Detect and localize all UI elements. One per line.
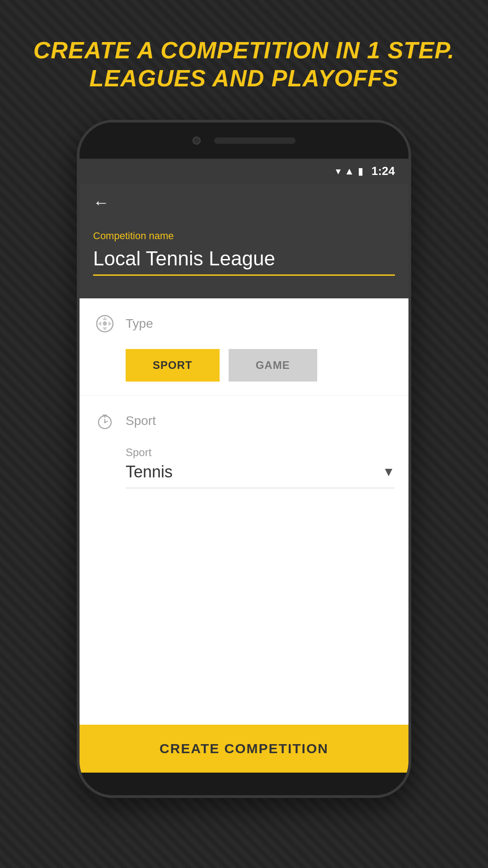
type-buttons-group: SPORT GAME <box>93 349 395 382</box>
phone-bottom-bezel <box>80 773 408 795</box>
clock-display: 1:24 <box>371 164 395 178</box>
stopwatch-icon <box>93 409 117 433</box>
sport-field-label: Sport <box>126 446 395 459</box>
type-section-title: Type <box>126 316 153 331</box>
phone-top-bezel <box>80 123 408 159</box>
phone-outer-shell: ▾ ▲ ▮ 1:24 ← Competition name Local Tenn… <box>77 120 411 798</box>
hero-title-line1: CREATE A COMPETITION IN 1 STEP. <box>33 37 455 63</box>
form-area: Type SPORT GAME <box>80 298 408 725</box>
chevron-down-icon: ▼ <box>382 465 395 479</box>
svg-point-11 <box>104 421 106 423</box>
hero-title-line2: LEAGUES AND PLAYOFFS <box>89 65 399 91</box>
earpiece-speaker <box>214 137 296 144</box>
back-button[interactable]: ← <box>93 193 109 212</box>
sport-section-title: Sport <box>126 414 156 428</box>
type-section-header: Type <box>93 312 395 335</box>
svg-marker-2 <box>103 327 107 330</box>
sport-section-header: Sport <box>93 409 395 433</box>
status-bar: ▾ ▲ ▮ 1:24 <box>80 159 408 184</box>
svg-marker-5 <box>103 321 107 326</box>
sport-section: Sport Sport Tennis ▼ <box>80 396 408 506</box>
sport-field: Sport Tennis ▼ <box>93 446 395 488</box>
hero-section: CREATE A COMPETITION IN 1 STEP. LEAGUES … <box>6 36 482 93</box>
competition-name-label: Competition name <box>93 230 395 242</box>
app-header: ← Competition name Local Tennis League <box>80 184 408 298</box>
game-type-button[interactable]: GAME <box>229 349 317 382</box>
wifi-icon: ▾ <box>336 165 341 177</box>
signal-icon: ▲ <box>344 165 354 177</box>
svg-marker-1 <box>103 317 107 320</box>
soccer-ball-icon <box>93 312 117 335</box>
create-competition-button[interactable]: CREATE COMPETITION <box>80 725 408 773</box>
svg-marker-3 <box>98 321 101 326</box>
competition-name-value[interactable]: Local Tennis League <box>93 247 395 276</box>
sport-type-button[interactable]: SPORT <box>126 349 220 382</box>
phone-device: ▾ ▲ ▮ 1:24 ← Competition name Local Tenn… <box>77 120 411 798</box>
phone-screen: ▾ ▲ ▮ 1:24 ← Competition name Local Tenn… <box>80 159 408 773</box>
sport-dropdown[interactable]: Tennis ▼ <box>126 462 395 488</box>
front-camera <box>192 137 201 145</box>
type-section: Type SPORT GAME <box>80 298 408 396</box>
status-icons-group: ▾ ▲ ▮ 1:24 <box>336 164 395 178</box>
form-spacer <box>80 506 408 725</box>
hero-title: CREATE A COMPETITION IN 1 STEP. LEAGUES … <box>33 36 455 93</box>
sport-selected-value: Tennis <box>126 462 173 481</box>
svg-marker-4 <box>108 321 112 326</box>
battery-icon: ▮ <box>358 165 363 177</box>
